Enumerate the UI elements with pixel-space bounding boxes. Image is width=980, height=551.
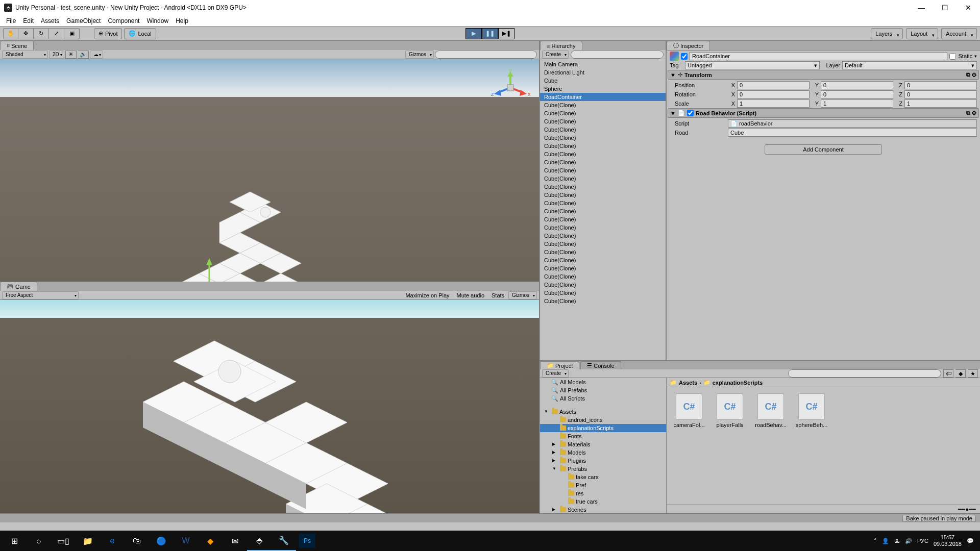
zoom-slider[interactable]: ━━●━━ xyxy=(958,506,976,513)
task-view-icon[interactable]: ▭▯ xyxy=(51,531,76,551)
hierarchy-item[interactable]: Cube(Clone) xyxy=(540,232,666,240)
project-tree-item[interactable]: ▶ Plugins xyxy=(540,457,666,465)
road-field[interactable]: Cube xyxy=(728,129,977,137)
project-tree-item[interactable]: fake cars xyxy=(540,473,666,481)
hierarchy-item[interactable]: Cube(Clone) xyxy=(540,256,666,264)
pivot-toggle[interactable]: ⊕Pivot xyxy=(94,28,122,39)
monodevelop-icon[interactable]: 🔧 xyxy=(272,531,296,551)
scale-y[interactable]: 1 xyxy=(821,99,893,108)
hierarchy-item[interactable]: Cube(Clone) xyxy=(540,240,666,248)
menu-window[interactable]: Window xyxy=(143,16,172,26)
play-button[interactable]: ▶ xyxy=(465,28,482,39)
hierarchy-item[interactable]: Cube(Clone) xyxy=(540,223,666,232)
scale-z[interactable]: 1 xyxy=(904,99,977,108)
project-tree-item[interactable]: ▼ Assets xyxy=(540,408,666,416)
tag-dropdown[interactable]: Untagged▾ xyxy=(685,61,820,69)
hierarchy-item[interactable]: Cube(Clone) xyxy=(540,166,666,174)
edge-icon[interactable]: e xyxy=(100,531,125,551)
maximize-on-play-toggle[interactable]: Maximize on Play xyxy=(402,292,452,298)
sublime-icon[interactable]: ◆ xyxy=(198,531,223,551)
transform-header[interactable]: ▼⊹Transform ⧉ ⚙ xyxy=(668,70,979,80)
asset-item[interactable]: C#sphereBeh... xyxy=(795,393,828,428)
console-tab[interactable]: ☰Console xyxy=(580,361,621,369)
hierarchy-item[interactable]: Cube(Clone) xyxy=(540,101,666,109)
tray-language[interactable]: РУС xyxy=(917,538,928,544)
hierarchy-item[interactable]: Cube(Clone) xyxy=(540,297,666,305)
hierarchy-item[interactable]: Cube(Clone) xyxy=(540,207,666,215)
layout-dropdown[interactable]: Layout xyxy=(906,28,938,39)
hierarchy-item[interactable]: Cube(Clone) xyxy=(540,248,666,256)
stats-toggle[interactable]: Stats xyxy=(488,292,507,298)
hierarchy-search[interactable] xyxy=(571,51,664,59)
project-tree-item[interactable]: true cars xyxy=(540,497,666,506)
scale-tool-button[interactable]: ⤢ xyxy=(49,28,64,39)
minimize-button[interactable]: — xyxy=(910,0,933,15)
filter-star-icon[interactable]: ★ xyxy=(968,369,978,378)
project-tree-item[interactable]: Fonts xyxy=(540,432,666,440)
hierarchy-item[interactable]: Cube xyxy=(540,77,666,85)
layers-dropdown[interactable]: Layers xyxy=(871,28,903,39)
hierarchy-item[interactable]: Cube(Clone) xyxy=(540,150,666,158)
menu-edit[interactable]: Edit xyxy=(20,16,37,26)
hierarchy-item[interactable]: Cube(Clone) xyxy=(540,158,666,166)
tray-notifications-icon[interactable]: 💬 xyxy=(967,538,974,544)
project-tree-item[interactable]: ▶ Scenes xyxy=(540,506,666,514)
project-tree-item[interactable]: android_icons xyxy=(540,416,666,424)
hierarchy-item[interactable]: Cube(Clone) xyxy=(540,281,666,289)
layer-dropdown[interactable]: Default▾ xyxy=(842,61,977,69)
hierarchy-item[interactable]: Cube(Clone) xyxy=(540,183,666,191)
project-create-dropdown[interactable]: Create xyxy=(542,369,569,378)
gameobject-active-checkbox[interactable] xyxy=(681,53,688,60)
maximize-button[interactable]: ☐ xyxy=(933,0,957,15)
road-behavior-enable[interactable] xyxy=(687,110,694,116)
game-gizmos-dropdown[interactable]: Gizmos xyxy=(508,291,537,299)
chrome-icon[interactable]: 🔵 xyxy=(149,531,174,551)
hierarchy-item[interactable]: Main Camera xyxy=(540,60,666,68)
aspect-dropdown[interactable]: Free Aspect xyxy=(2,291,79,299)
2d-toggle[interactable]: 2D xyxy=(49,51,64,59)
hierarchy-create-dropdown[interactable]: Create xyxy=(542,51,569,59)
project-tree[interactable]: 🔍All Models 🔍All Prefabs 🔍All Scripts ▼ … xyxy=(540,378,667,514)
scale-x[interactable]: 1 xyxy=(737,99,810,108)
tray-people-icon[interactable]: 👤 xyxy=(882,538,889,544)
rotate-tool-button[interactable]: ↻ xyxy=(34,28,49,39)
hierarchy-item[interactable]: Cube(Clone) xyxy=(540,174,666,183)
file-explorer-icon[interactable]: 📁 xyxy=(76,531,100,551)
position-x[interactable]: 0 xyxy=(737,81,810,89)
hierarchy-item[interactable]: Cube(Clone) xyxy=(540,272,666,281)
pause-button[interactable]: ❚❚ xyxy=(482,28,498,39)
hierarchy-item[interactable]: Cube(Clone) xyxy=(540,191,666,199)
menu-assets[interactable]: Assets xyxy=(38,16,62,26)
game-view[interactable] xyxy=(0,300,539,522)
hierarchy-item[interactable]: RoadContainer xyxy=(540,93,666,101)
position-y[interactable]: 0 xyxy=(821,81,893,89)
scene-search[interactable] xyxy=(435,51,537,59)
asset-item[interactable]: C#cameraFol... xyxy=(673,393,705,428)
move-tool-button[interactable]: ✥ xyxy=(18,28,34,39)
hierarchy-item[interactable]: Cube(Clone) xyxy=(540,142,666,150)
rotation-y[interactable]: 0 xyxy=(821,90,893,98)
project-tab[interactable]: 📁Project xyxy=(540,361,579,369)
scene-light-toggle[interactable]: ☀ xyxy=(65,51,77,59)
tray-volume-icon[interactable]: 🔊 xyxy=(905,538,912,544)
hierarchy-item[interactable]: Cube(Clone) xyxy=(540,134,666,142)
hierarchy-item[interactable]: Cube(Clone) xyxy=(540,215,666,223)
gizmos-dropdown[interactable]: Gizmos xyxy=(405,51,434,59)
rotation-z[interactable]: 0 xyxy=(904,90,977,98)
project-tree-item[interactable]: ▶ Materials xyxy=(540,440,666,448)
photoshop-icon[interactable]: Ps xyxy=(299,534,315,548)
word-icon[interactable]: W xyxy=(174,531,198,551)
search-icon[interactable]: ⌕ xyxy=(27,531,51,551)
asset-grid[interactable]: C#cameraFol...C#playerFallsC#roadBehav..… xyxy=(667,387,980,505)
position-z[interactable]: 0 xyxy=(904,81,977,89)
hierarchy-item[interactable]: Cube(Clone) xyxy=(540,289,666,297)
asset-item[interactable]: C#playerFalls xyxy=(714,393,746,428)
hand-tool-button[interactable]: ✋ xyxy=(3,28,18,39)
project-tree-item[interactable]: Pref xyxy=(540,481,666,489)
hierarchy-item[interactable]: Cube(Clone) xyxy=(540,109,666,117)
menu-gameobject[interactable]: GameObject xyxy=(63,16,104,26)
tray-clock[interactable]: 15:57 09.03.2018 xyxy=(934,534,962,547)
hierarchy-item[interactable]: Cube(Clone) xyxy=(540,199,666,207)
gameobject-name-field[interactable]: RoadContainer xyxy=(690,52,947,60)
inspector-tab[interactable]: ⓘInspector xyxy=(667,41,710,50)
